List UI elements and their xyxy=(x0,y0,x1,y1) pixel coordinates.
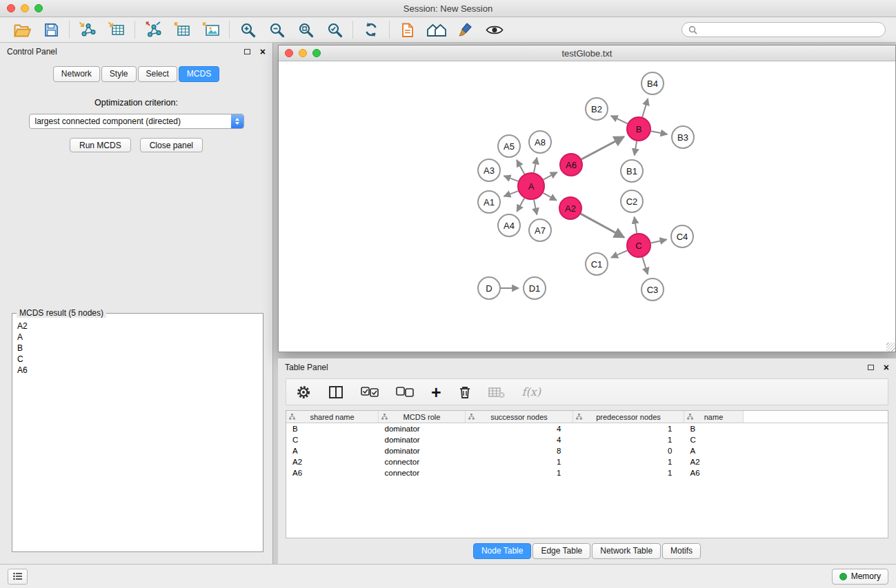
show-columns-button[interactable] xyxy=(328,385,344,399)
node-C2[interactable]: C2 xyxy=(621,190,643,212)
node-C1[interactable]: C1 xyxy=(586,253,608,275)
clipboard-document-button[interactable] xyxy=(396,19,419,40)
zoom-out-button[interactable] xyxy=(265,19,288,40)
node-B2[interactable]: B2 xyxy=(586,98,608,120)
mcds-result-item[interactable]: B xyxy=(17,343,258,354)
function-builder-button[interactable]: f(x) xyxy=(522,385,541,398)
close-window-button[interactable] xyxy=(7,4,15,12)
node-A8[interactable]: A8 xyxy=(529,131,551,153)
home-panels-button[interactable] xyxy=(425,19,448,40)
node-A4[interactable]: A4 xyxy=(498,214,520,236)
refresh-network-button[interactable] xyxy=(359,19,383,40)
edge-A-A1[interactable] xyxy=(504,191,519,196)
add-button[interactable] xyxy=(431,385,441,399)
node-B[interactable]: B xyxy=(627,117,650,141)
save-session-button[interactable] xyxy=(39,19,63,40)
node-B1[interactable]: B1 xyxy=(621,160,643,182)
edge-A-A8[interactable] xyxy=(534,158,537,173)
column-header-predecessor-nodes[interactable]: predecessor nodes xyxy=(573,411,684,423)
network-canvas[interactable]: B4B2BB3A5A8A6B1A3AC2A1A2A4A7C4CC1C3DD1 xyxy=(279,61,895,352)
mcds-result-item[interactable]: C xyxy=(17,354,258,365)
export-table-button[interactable] xyxy=(170,19,194,40)
select-all-button[interactable] xyxy=(361,387,379,398)
tab-network[interactable]: Network xyxy=(53,66,100,82)
edge-A-A4[interactable] xyxy=(517,198,524,212)
edge-B-B4[interactable] xyxy=(642,99,648,117)
style-brush-button[interactable] xyxy=(454,19,477,40)
column-header-shared-name[interactable]: shared name xyxy=(286,411,379,423)
show-hide-button[interactable] xyxy=(483,19,506,40)
table-row[interactable]: Cdominator41C xyxy=(286,434,888,445)
delete-button[interactable] xyxy=(459,385,471,399)
node-C3[interactable]: C3 xyxy=(641,278,664,301)
edge-B-B2[interactable] xyxy=(611,116,628,123)
column-header-successor-nodes[interactable]: successor nodes xyxy=(466,411,573,423)
table-row[interactable]: Adominator80A xyxy=(286,445,888,456)
search-input[interactable] xyxy=(701,25,879,34)
import-table-button[interactable] xyxy=(105,19,128,40)
node-D1[interactable]: D1 xyxy=(524,277,546,299)
edge-C-C2[interactable] xyxy=(635,217,637,234)
zoom-in-button[interactable] xyxy=(236,19,259,40)
close-table-panel-icon[interactable] xyxy=(884,363,889,372)
edge-A6-B[interactable] xyxy=(581,136,624,159)
edge-A-A2[interactable] xyxy=(543,193,557,201)
edge-B-B3[interactable] xyxy=(651,131,668,134)
zoom-fit-button[interactable] xyxy=(294,19,317,40)
tab-motifs[interactable]: Motifs xyxy=(662,543,701,559)
close-network-window-button[interactable] xyxy=(285,49,293,57)
edge-A-A6[interactable] xyxy=(544,172,557,180)
import-network-button[interactable] xyxy=(76,19,99,40)
node-A1[interactable]: A1 xyxy=(478,191,500,213)
zoom-selected-button[interactable] xyxy=(323,19,346,40)
edge-A-A7[interactable] xyxy=(534,200,537,215)
maximize-window-button[interactable] xyxy=(34,4,43,12)
float-table-panel-icon[interactable] xyxy=(868,365,874,370)
mcds-result-item[interactable]: A6 xyxy=(17,365,258,376)
tab-select[interactable]: Select xyxy=(138,66,177,82)
edge-A-A5[interactable] xyxy=(517,160,524,174)
edge-A-A3[interactable] xyxy=(504,176,519,181)
node-A3[interactable]: A3 xyxy=(478,159,500,181)
table-row[interactable]: A6connector11A6 xyxy=(286,467,888,478)
tab-edge-table[interactable]: Edge Table xyxy=(532,543,590,559)
minimize-window-button[interactable] xyxy=(21,4,29,12)
export-network-button[interactable] xyxy=(141,19,165,40)
node-A[interactable]: A xyxy=(518,173,544,199)
node-C4[interactable]: C4 xyxy=(671,225,693,247)
mcds-result-item[interactable]: A2 xyxy=(17,321,258,332)
node-A5[interactable]: A5 xyxy=(498,135,520,157)
tab-style[interactable]: Style xyxy=(101,66,137,82)
export-image-button[interactable] xyxy=(199,19,223,40)
column-header-MCDS-role[interactable]: MCDS role xyxy=(379,411,466,423)
node-A7[interactable]: A7 xyxy=(529,219,551,241)
mcds-result-item[interactable]: A xyxy=(17,332,258,343)
edge-B-B1[interactable] xyxy=(635,141,637,156)
maximize-network-window-button[interactable] xyxy=(312,49,321,57)
tab-mcds[interactable]: MCDS xyxy=(179,66,219,82)
table-row[interactable]: A2connector11A2 xyxy=(286,456,888,467)
edge-C-C4[interactable] xyxy=(651,240,667,243)
delete-table-button[interactable] xyxy=(488,386,505,398)
open-session-button[interactable] xyxy=(10,19,34,40)
edge-C-C1[interactable] xyxy=(611,250,628,257)
tab-node-table[interactable]: Node Table xyxy=(473,543,532,559)
close-panel-icon[interactable] xyxy=(260,47,266,57)
memory-button[interactable]: Memory xyxy=(832,569,888,585)
optimization-criterion-select[interactable]: largest connected component (directed) xyxy=(29,114,244,129)
table-row[interactable]: Bdominator41B xyxy=(286,423,888,435)
node-D[interactable]: D xyxy=(478,277,500,299)
float-panel-icon[interactable] xyxy=(244,49,250,54)
resize-grip[interactable] xyxy=(886,343,895,352)
node-C[interactable]: C xyxy=(627,234,650,257)
close-panel-button[interactable]: Close panel xyxy=(140,138,203,152)
task-history-button[interactable] xyxy=(8,569,28,585)
search-box[interactable] xyxy=(681,22,886,37)
edge-C-C3[interactable] xyxy=(642,257,648,274)
minimize-network-window-button[interactable] xyxy=(299,49,307,57)
column-header-name[interactable]: name xyxy=(684,411,744,423)
run-mcds-button[interactable]: Run MCDS xyxy=(70,138,131,152)
node-A2[interactable]: A2 xyxy=(559,197,581,219)
tab-network-table[interactable]: Network Table xyxy=(592,543,661,559)
node-A6[interactable]: A6 xyxy=(560,154,582,176)
